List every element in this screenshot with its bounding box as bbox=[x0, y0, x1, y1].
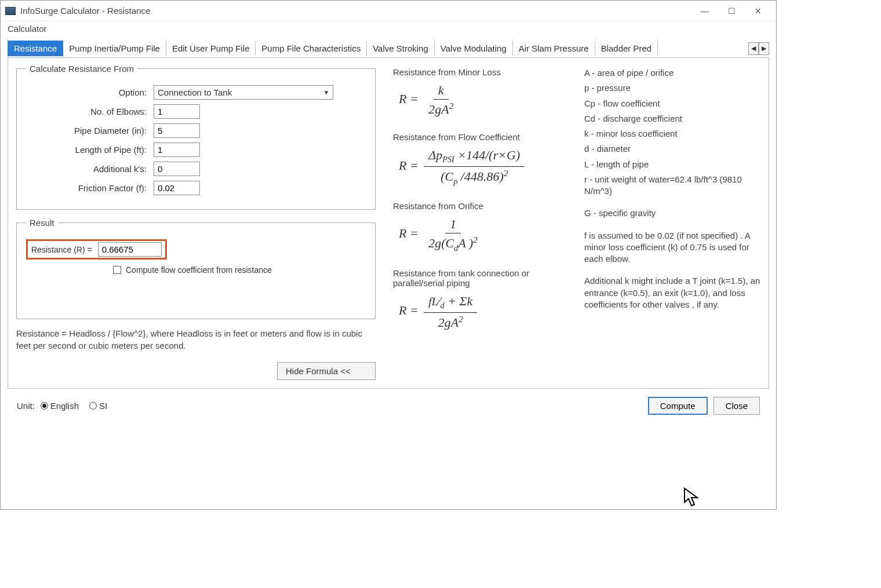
tab-air-slam-pressure[interactable]: Air Slam Pressure bbox=[513, 41, 595, 56]
menu-calculator[interactable]: Calculator bbox=[8, 24, 47, 34]
hide-formula-button[interactable]: Hide Formula << bbox=[277, 362, 376, 380]
cursor-icon bbox=[683, 487, 700, 507]
glossary-line: A - area of pipe / orifice bbox=[584, 67, 760, 79]
tab-scroll-right[interactable]: ▶ bbox=[759, 42, 769, 55]
result-highlight: Resistance (R) = bbox=[26, 239, 167, 260]
tab-resistance[interactable]: Resistance bbox=[8, 41, 63, 56]
compute-flow-coeff-label: Compute flow coefficient from resistance bbox=[126, 265, 272, 275]
glossary-line: G - specific gravity bbox=[584, 207, 760, 219]
glossary-line: r - unit weight of water=62.4 lb/ft^3 (9… bbox=[584, 174, 760, 198]
close-window-button[interactable]: ✕ bbox=[745, 2, 771, 20]
chevron-down-icon: ▼ bbox=[323, 89, 329, 96]
tab-valve-modulating[interactable]: Valve Modulating bbox=[435, 41, 513, 56]
result-legend: Result bbox=[26, 218, 58, 228]
tab-pump-inertia[interactable]: Pump Inertia/Pump File bbox=[63, 41, 166, 56]
unit-label: Unit: bbox=[17, 401, 35, 411]
compute-button[interactable]: Compute bbox=[648, 397, 708, 415]
glossary-line: L - length of pipe bbox=[584, 159, 760, 170]
elbows-input[interactable] bbox=[154, 104, 200, 119]
friction-factor-input[interactable] bbox=[154, 181, 200, 195]
elbows-label: No. of Elbows: bbox=[26, 107, 154, 116]
tab-valve-stroking[interactable]: Valve Stroking bbox=[367, 41, 435, 56]
app-icon bbox=[5, 7, 16, 15]
additional-k-label: Additional k's: bbox=[26, 164, 154, 174]
minimize-button[interactable]: — bbox=[691, 2, 718, 20]
menubar: Calculator bbox=[1, 21, 776, 36]
glossary-line: d - diameter bbox=[584, 143, 760, 155]
glossary-line: Additional k might include a T joint (k=… bbox=[584, 275, 760, 311]
result-fieldset: Result Resistance (R) = Compute flow coe… bbox=[16, 218, 376, 319]
tab-edit-user-pump-file[interactable]: Edit User Pump File bbox=[166, 41, 256, 56]
formula-column: Resistance from Minor Loss R = k2gA2 Res… bbox=[393, 64, 567, 380]
close-button[interactable]: Close bbox=[713, 397, 760, 415]
glossary-line: p - pressure bbox=[584, 82, 760, 94]
compute-flow-coeff-checkbox[interactable] bbox=[113, 266, 121, 274]
option-label: Option: bbox=[26, 87, 154, 97]
calc-from-fieldset: Calculate Resistance From Option: Connec… bbox=[16, 64, 376, 210]
bottom-bar: Unit: English SI Compute Close bbox=[8, 389, 769, 423]
tab-panel: Calculate Resistance From Option: Connec… bbox=[8, 57, 769, 389]
formula-minor-loss: R = k2gA2 bbox=[393, 79, 466, 120]
tab-pump-file-characteristics[interactable]: Pump File Characteristics bbox=[256, 41, 367, 56]
tab-bladder-pred[interactable]: Bladder Pred bbox=[595, 41, 658, 56]
glossary-line: f is assumed to be 0.02 (if not specifie… bbox=[584, 230, 760, 265]
glossary-line: k - minor loss coefficient bbox=[584, 128, 760, 140]
result-label: Resistance (R) = bbox=[31, 245, 92, 254]
additional-k-input[interactable] bbox=[154, 162, 200, 176]
formula-orifice: R = 12g(CdA )2 bbox=[393, 213, 490, 257]
unit-si-radio[interactable] bbox=[89, 402, 97, 410]
titlebar: InfoSurge Calculator - Resistance — ☐ ✕ bbox=[1, 1, 776, 21]
pipe-length-label: Length of Pipe (ft): bbox=[26, 145, 154, 155]
formula-tank: R = fL⁄d + Σk 2gA2 bbox=[393, 290, 485, 334]
formula-orifice-label: Resistance from Orifice bbox=[393, 201, 567, 211]
pipe-diameter-label: Pipe Diameter (in): bbox=[26, 126, 154, 136]
formula-flow-coeff-label: Resistance from Flow Coefficient bbox=[393, 132, 567, 142]
pipe-length-input[interactable] bbox=[154, 143, 200, 157]
unit-english-label[interactable]: English bbox=[50, 401, 79, 411]
formula-minor-loss-label: Resistance from Minor Loss bbox=[393, 67, 567, 77]
maximize-button[interactable]: ☐ bbox=[718, 2, 745, 20]
window-title: InfoSurge Calculator - Resistance bbox=[20, 6, 691, 16]
resistance-output[interactable] bbox=[98, 242, 162, 257]
calc-from-legend: Calculate Resistance From bbox=[26, 64, 137, 74]
glossary-line: Cp - flow coefficient bbox=[584, 98, 760, 109]
resistance-note: Resistance = Headloss / {Flow^2}, where … bbox=[16, 327, 364, 352]
tab-scroll-left[interactable]: ◀ bbox=[748, 42, 759, 55]
unit-english-radio[interactable] bbox=[41, 402, 48, 410]
glossary-column: A - area of pipe / orifice p - pressure … bbox=[584, 64, 760, 380]
unit-si-label[interactable]: SI bbox=[99, 401, 107, 411]
option-value: Connection to Tank bbox=[158, 87, 232, 97]
formula-tank-label: Resistance from tank connection or paral… bbox=[393, 268, 567, 288]
pipe-diameter-input[interactable] bbox=[154, 123, 200, 138]
tab-strip: Resistance Pump Inertia/Pump File Edit U… bbox=[8, 41, 769, 56]
option-combobox[interactable]: Connection to Tank ▼ bbox=[154, 85, 333, 100]
friction-factor-label: Friction Factor (f): bbox=[26, 183, 154, 193]
formula-flow-coeff: R = ΔpPSI ×144/(r×G) (Cp /448.86)2 bbox=[393, 144, 533, 189]
glossary-line: Cd - discharge coefficient bbox=[584, 113, 760, 125]
